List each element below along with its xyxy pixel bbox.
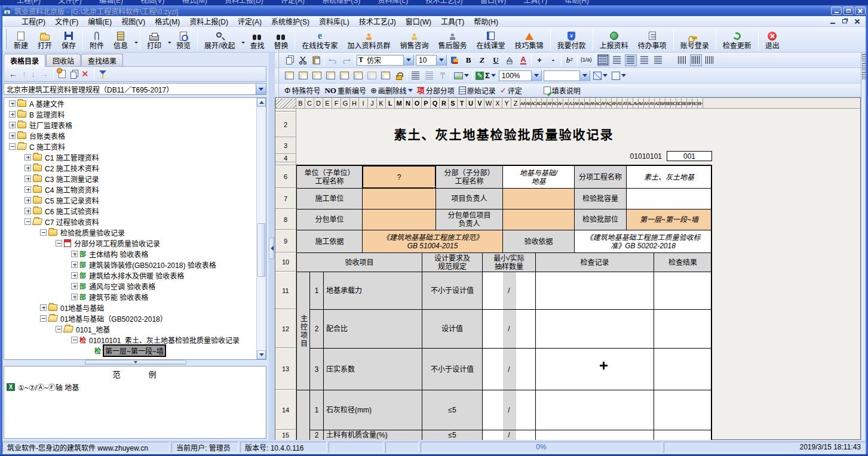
paste-button[interactable] [311, 54, 323, 66]
column-header[interactable]: AB [526, 98, 531, 109]
row-header[interactable]: 12 [275, 309, 296, 348]
find-button[interactable]: 查找 [245, 27, 269, 51]
title-bar[interactable]: 筑业资料北京版 - [G:\北京工程资料软件\工程\0.zyzl] [0, 5, 868, 16]
check-result-cell[interactable] [654, 348, 712, 390]
column-header[interactable]: Z [511, 98, 520, 109]
align-center-button[interactable] [625, 54, 637, 66]
tree-item[interactable]: 01地基与基础 [4, 302, 266, 313]
tree-item[interactable]: A 基建文件 [4, 98, 266, 109]
menu-item[interactable]: 工具(T) [436, 16, 469, 27]
combo-dropdown-button[interactable] [531, 70, 541, 81]
column-header[interactable]: AH [558, 98, 563, 109]
menu-item[interactable]: 帮助(H) [469, 16, 503, 27]
expand-plus-icon[interactable] [9, 111, 16, 118]
expand-plus-icon[interactable] [24, 165, 31, 171]
column-header[interactable]: BC [671, 98, 676, 109]
column-header[interactable]: AJ [569, 98, 574, 109]
collapse-left-panel-button[interactable] [269, 238, 274, 259]
open-button[interactable]: 打开 [33, 27, 57, 51]
check-update-button[interactable]: 检查更新 [718, 27, 756, 51]
merge-cell-button[interactable] [338, 70, 350, 82]
minimize-button[interactable] [831, 7, 842, 15]
column-header[interactable]: AR [612, 98, 617, 109]
collapse-minus-icon[interactable] [40, 315, 47, 322]
value-cell[interactable]: 《建筑地基基础工程施工质量验收标 准》GB 50202-2018 [574, 230, 712, 253]
menu-item[interactable]: 视图(V) [116, 16, 150, 27]
expand-collapse-button[interactable]: 展开/收起 [200, 27, 240, 51]
column-header[interactable]: BG [692, 98, 698, 109]
column-header[interactable]: J [368, 98, 377, 109]
info-dropdown-icon[interactable] [134, 42, 138, 45]
column-header[interactable]: BD [676, 98, 682, 109]
align-right-button[interactable] [639, 54, 651, 66]
column-header[interactable]: AO [596, 98, 601, 109]
column-header[interactable]: F [332, 98, 341, 109]
assessment-button[interactable]: ✓评定 [499, 84, 523, 96]
lock-button[interactable] [393, 70, 405, 82]
join-group-button[interactable]: 加入资料员群 [343, 27, 395, 51]
row-header[interactable]: 7 [275, 188, 296, 209]
column-header[interactable]: BH [698, 98, 703, 109]
column-header[interactable]: X [493, 98, 502, 109]
column-header[interactable]: AZ [655, 98, 660, 109]
formula-button[interactable]: ✎Σ [474, 70, 497, 82]
row-header[interactable]: 13 [275, 348, 296, 390]
column-header-selected[interactable]: N [404, 98, 413, 109]
superscript-button[interactable]: b² [563, 54, 575, 66]
column-header[interactable]: AE [542, 98, 547, 109]
column-header[interactable]: AL [579, 98, 585, 109]
up-arrow-icon[interactable]: ↑ [22, 70, 26, 78]
menu-item[interactable]: 系统维护(S) [266, 16, 314, 27]
mdi-restore-button[interactable] [841, 18, 849, 25]
column-header[interactable]: B [296, 98, 305, 109]
combo-dropdown-button[interactable] [256, 84, 266, 94]
tree-item[interactable]: 0101_地基 [4, 323, 266, 334]
column-header-selected[interactable]: U [467, 98, 476, 109]
replace-button[interactable]: 替换 [269, 27, 293, 51]
row-header[interactable]: 9 [275, 230, 296, 252]
forward-arrow-icon[interactable]: → [40, 70, 48, 78]
align-page-button[interactable] [597, 54, 609, 66]
selected-cell[interactable]: ? [362, 165, 436, 189]
tab-search-results[interactable]: 查找结果 [81, 54, 123, 66]
column-header[interactable]: BE [682, 98, 687, 109]
column-header[interactable]: AG [553, 98, 558, 109]
tree-item[interactable]: 分部分项工程质量验收记录 [4, 238, 266, 248]
online-expert-button[interactable]: e在线找专家 [297, 27, 342, 51]
tree-item[interactable]: C3 施工测量记录 [4, 173, 266, 184]
column-header[interactable]: BB [665, 98, 671, 109]
font-family-combo[interactable]: T仿宋 [357, 55, 414, 66]
toolbar-grip[interactable] [5, 29, 7, 50]
exit-button[interactable]: 退出 [760, 27, 784, 51]
expand-plus-icon[interactable] [40, 304, 47, 311]
pay-button[interactable]: ¥我要付款 [553, 27, 591, 51]
tree-item[interactable]: 检01010101_素土、灰土地基检验批质量验收记录 [4, 334, 266, 345]
font-size-combo[interactable]: 10 [416, 55, 447, 66]
expand-plus-icon[interactable] [71, 261, 78, 268]
column-header[interactable]: C [305, 98, 314, 109]
tree-item[interactable]: C5 施工记录资料 [4, 195, 266, 205]
save-button[interactable]: 保存 [57, 27, 81, 51]
column-header[interactable]: AC [531, 98, 536, 109]
form-instructions-button[interactable]: 填表说明 [542, 84, 582, 96]
item-sample-cell[interactable]: / [482, 430, 536, 440]
check-record-cell[interactable] [535, 430, 654, 440]
font-color-button[interactable] [449, 54, 461, 66]
check-result-cell[interactable] [654, 430, 712, 440]
row-header[interactable]: 10 [275, 252, 296, 272]
collapse-minus-icon[interactable] [40, 229, 47, 236]
cut-button[interactable] [297, 54, 309, 66]
filter-icon[interactable] [99, 70, 106, 78]
border-color-button[interactable] [592, 70, 609, 82]
item-sample-cell[interactable]: / [482, 272, 536, 310]
collapse-minus-icon[interactable] [9, 143, 16, 150]
combo-dropdown-button[interactable] [403, 55, 413, 66]
expand-plus-icon[interactable] [24, 197, 31, 204]
form-serial-cell[interactable]: 001 [667, 151, 712, 161]
close-button[interactable] [855, 7, 866, 15]
text-color-button[interactable]: A [517, 54, 529, 66]
check-result-cell[interactable] [654, 309, 712, 349]
row-header[interactable]: 2 [275, 112, 296, 137]
sales-consult-button[interactable]: 销售咨询 [395, 27, 434, 51]
insert-row-button[interactable] [283, 70, 295, 82]
